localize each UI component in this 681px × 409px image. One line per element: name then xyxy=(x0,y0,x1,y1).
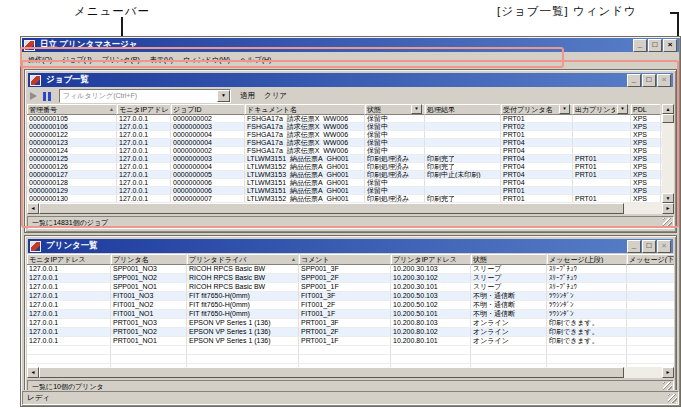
column-header[interactable]: メッセージ(上段) xyxy=(547,254,627,265)
scroll-right-icon[interactable]: ► xyxy=(662,367,674,378)
apply-button[interactable]: 適用 xyxy=(240,91,255,101)
table-row[interactable]: 0000000130127.0.0.10000000007LTLWM3152_納… xyxy=(27,195,662,203)
table-row[interactable]: 127.0.0.1PRT001_NO2EPSON VP Series 1 (13… xyxy=(27,328,674,337)
horizontal-scrollbar[interactable]: ◄ ► xyxy=(27,367,674,378)
column-header[interactable]: メッセージ(下段) xyxy=(627,254,674,265)
scroll-left-icon[interactable]: ◄ xyxy=(27,367,39,378)
annotation-menu-bar-label: メニューバー xyxy=(74,4,150,19)
table-cell: 印刷処理済み xyxy=(365,155,425,162)
column-header[interactable]: プリンタIPアドレス xyxy=(391,254,471,265)
table-cell: PRT01 xyxy=(501,187,573,194)
table-row[interactable]: 0000000123127.0.0.10000000004FSHGA17a_請求… xyxy=(27,139,662,147)
column-header[interactable]: 出力プリンタ名▼ xyxy=(573,104,631,115)
table-cell: FIT001_3F xyxy=(299,292,391,300)
column-header[interactable]: PDL xyxy=(631,104,661,115)
table-row[interactable]: 127.0.0.1FIT001_NO2FIT fit7650-H(0mm)FIT… xyxy=(27,301,674,310)
filter-dropdown-icon[interactable]: ▼ xyxy=(559,104,570,114)
column-header-label: プリンタIPアドレス xyxy=(393,256,468,263)
table-row[interactable]: 127.0.0.1SPP001_NO2RICOH RPCS Basic BWSP… xyxy=(27,274,674,283)
menu-item[interactable]: 操作(O) xyxy=(23,53,57,67)
filter-dropdown-icon[interactable]: ▼ xyxy=(617,104,628,114)
table-row[interactable]: 127.0.0.1PRT001_NO1EPSON VP Series 1 (13… xyxy=(27,337,674,346)
scrollbar-thumb[interactable] xyxy=(39,203,624,214)
table-row[interactable]: 127.0.0.1PRT001_NO3EPSON VP Series 1 (13… xyxy=(27,319,674,328)
close-icon[interactable]: × xyxy=(663,39,677,52)
table-cell: 0000000006 xyxy=(171,187,245,194)
scroll-up-icon[interactable]: ▲ xyxy=(662,104,674,114)
main-title-bar[interactable]: 日立 プリンタマネージャ _ □ × xyxy=(22,38,679,52)
scroll-left-icon[interactable]: ◄ xyxy=(27,203,39,214)
table-row[interactable]: 0000000127127.0.0.10000000005LTLWM3153_納… xyxy=(27,171,662,179)
table-cell: PRT001_NO2 xyxy=(111,328,187,336)
maximize-icon[interactable]: □ xyxy=(642,74,656,87)
table-row[interactable]: 0000000105127.0.0.10000000002FSHGA17a_請求… xyxy=(27,115,662,123)
table-row[interactable]: 127.0.0.1SPP001_NO1RICOH RPCS Basic BWSP… xyxy=(27,283,674,292)
menu-item[interactable]: プリンタ(P) xyxy=(97,53,145,67)
scroll-right-icon[interactable]: ► xyxy=(662,203,674,214)
table-cell: 0000000004 xyxy=(171,139,245,146)
printer-window-title-bar[interactable]: プリンタ一覧 _ □ × xyxy=(28,239,673,253)
table-cell: PRT04 xyxy=(501,171,573,178)
column-header[interactable]: 管理番号▲ xyxy=(27,104,117,115)
table-cell: FSHGA17a_請求伝票X_WW006 xyxy=(245,139,365,146)
table-cell xyxy=(627,355,674,363)
filter-dropdown-icon[interactable]: ▼ xyxy=(411,104,422,114)
vertical-scrollbar[interactable]: ▲ ▼ xyxy=(662,104,674,203)
scrollbar-thumb[interactable] xyxy=(662,114,674,123)
minimize-icon[interactable]: _ xyxy=(627,74,641,87)
column-header[interactable]: 状態▼ xyxy=(365,104,425,115)
table-cell xyxy=(391,346,471,354)
clear-button[interactable]: クリア xyxy=(264,91,287,101)
resize-grip[interactable] xyxy=(663,382,672,390)
column-header[interactable]: 処理結果 xyxy=(425,104,501,115)
table-cell: オンライン xyxy=(471,328,547,336)
table-row[interactable]: 0000000125127.0.0.10000000003LTLWM3151_納… xyxy=(27,155,662,163)
menu-item[interactable]: ヘルプ(H) xyxy=(235,53,276,67)
table-row[interactable] xyxy=(27,355,674,364)
column-header[interactable]: 受付プリンタ名▼ xyxy=(501,104,573,115)
table-row[interactable]: 0000000122127.0.0.10000000004FSHGA17a_請求… xyxy=(27,131,662,139)
table-cell: 印刷完了 xyxy=(425,163,501,170)
table-row[interactable]: 0000000126127.0.0.10000000004LTLWM3152_納… xyxy=(27,163,662,171)
table-row[interactable]: 127.0.0.1SPP001_NO3RICOH RPCS Basic BWSP… xyxy=(27,265,674,274)
job-toolbar: フィルタリング(Ctrl+F) ▼ 適用 クリア xyxy=(27,88,674,104)
chevron-down-icon[interactable]: ▼ xyxy=(217,90,230,102)
column-header[interactable]: ジョブID xyxy=(171,104,245,115)
table-cell: 0000000127 xyxy=(27,171,117,178)
table-row[interactable]: 0000000129127.0.0.10000000006LTLWM3151_納… xyxy=(27,187,662,195)
scrollbar-thumb[interactable] xyxy=(39,367,624,378)
resize-grip[interactable] xyxy=(668,394,677,403)
resume-icon[interactable] xyxy=(30,92,37,100)
table-cell xyxy=(391,355,471,363)
column-header[interactable]: ドキュメント名 xyxy=(245,104,365,115)
menu-item[interactable]: ジョブ(J) xyxy=(57,53,97,67)
column-header[interactable]: プリンタ名 xyxy=(111,254,187,265)
table-row[interactable]: 127.0.0.1FIT001_NO3FIT fit7650-H(0mm)FIT… xyxy=(27,292,674,301)
horizontal-scrollbar[interactable]: ◄ ► xyxy=(27,203,674,214)
scroll-down-icon[interactable]: ▼ xyxy=(662,193,674,203)
table-row[interactable]: 0000000128127.0.0.10000000006LTLWM3151_納… xyxy=(27,179,662,187)
minimize-icon[interactable]: _ xyxy=(627,240,641,253)
table-row[interactable]: 0000000124127.0.0.10000000002FSHGA17a_請求… xyxy=(27,147,662,155)
table-row[interactable]: 0000000106127.0.0.10000000003FSHGA17a_請求… xyxy=(27,123,662,131)
column-header[interactable]: コメント xyxy=(299,254,391,265)
table-row[interactable]: 127.0.0.1FIT001_NO1FIT fit7650-H(0mm)FIT… xyxy=(27,310,674,319)
job-window-title-bar[interactable]: ジョブ一覧 _ □ × xyxy=(28,73,673,87)
table-cell xyxy=(627,274,674,282)
table-cell: オンライン xyxy=(471,319,547,327)
filter-input[interactable]: フィルタリング(Ctrl+F) ▼ xyxy=(59,89,231,103)
column-header[interactable]: 状態 xyxy=(471,254,547,265)
pause-icon[interactable] xyxy=(43,92,51,101)
menu-item[interactable]: ウィンドウ(W) xyxy=(178,53,235,67)
column-header[interactable]: プリンタドライバ▲ xyxy=(187,254,299,265)
minimize-icon[interactable]: _ xyxy=(633,39,647,52)
table-cell xyxy=(187,355,299,363)
resize-grip[interactable] xyxy=(663,218,672,227)
column-header[interactable]: モニタIPアドレス xyxy=(117,104,171,115)
table-row[interactable] xyxy=(27,346,674,355)
menu-item[interactable]: 表示(V) xyxy=(145,53,178,67)
printer-table-header: モニタIPアドレスプリンタ名プリンタドライバ▲コメントプリンタIPアドレス状態メ… xyxy=(27,254,674,265)
column-header[interactable]: モニタIPアドレス xyxy=(27,254,111,265)
maximize-icon[interactable]: □ xyxy=(642,240,656,253)
maximize-icon[interactable]: □ xyxy=(648,39,662,52)
